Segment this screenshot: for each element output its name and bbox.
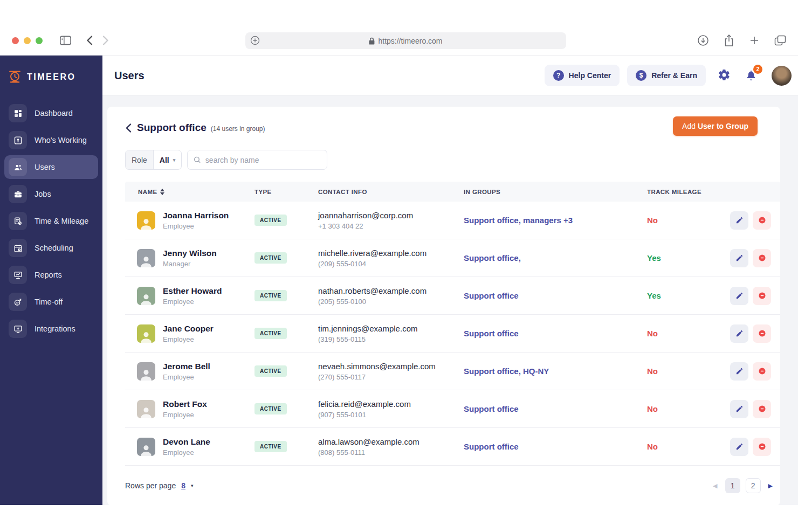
sidebar-item-dashboard[interactable]: Dashboard	[4, 101, 98, 125]
table-header: NAME TYPE CONTACT INFO IN GROUPS TRACK M…	[125, 182, 780, 202]
user-photo	[137, 400, 155, 418]
user-role: Employee	[163, 298, 222, 306]
user-role: Employee	[163, 222, 229, 230]
sidebar-item-reports[interactable]: Reports	[4, 263, 98, 287]
user-avatar[interactable]	[772, 66, 792, 86]
sort-icon[interactable]	[160, 189, 164, 195]
dollar-icon: $	[636, 70, 646, 81]
remove-button[interactable]	[753, 362, 771, 381]
status-badge: ACTIVE	[254, 441, 287, 452]
edit-button[interactable]	[730, 362, 748, 381]
next-page-icon[interactable]: ▶	[766, 480, 775, 492]
page-button-2[interactable]: 2	[746, 478, 761, 493]
user-name: Jerome Bell	[163, 362, 210, 371]
chevron-down-icon: ▾	[173, 157, 176, 163]
add-user-to-group-button[interactable]: Add User to Group	[673, 116, 758, 136]
user-groups-link[interactable]: Support office	[451, 404, 634, 413]
zoom-window-button[interactable]	[36, 37, 43, 44]
downloads-icon[interactable]	[697, 34, 709, 46]
sidebar-item-jobs[interactable]: Jobs	[4, 182, 98, 206]
user-phone: (907) 555-0101	[318, 411, 451, 419]
settings-gear-icon[interactable]	[716, 66, 733, 85]
table-row: Jerome BellEmployee ACTIVE nevaeh.simmon…	[125, 353, 780, 390]
user-photo	[137, 438, 155, 456]
close-window-button[interactable]	[12, 37, 19, 44]
share-icon[interactable]	[724, 34, 734, 47]
user-name: Joanna Harrison	[163, 211, 229, 220]
sidebar-item-scheduling[interactable]: Scheduling	[4, 236, 98, 260]
track-mileage-value: No	[634, 404, 717, 413]
user-groups-link[interactable]: Support office, managers +3	[451, 216, 634, 225]
sidebar-toggle-icon[interactable]	[60, 36, 71, 45]
user-groups-link[interactable]: Support office,	[451, 253, 634, 262]
edit-button[interactable]	[730, 287, 748, 305]
remove-button[interactable]	[753, 400, 771, 418]
search-box[interactable]	[187, 150, 327, 170]
help-center-button[interactable]: ? Help Center	[545, 65, 620, 86]
track-mileage-value: No	[634, 216, 717, 225]
user-name: Esther Howard	[163, 286, 222, 296]
user-groups-link[interactable]: Support office, HQ-NY	[451, 367, 634, 376]
notification-badge: 2	[753, 65, 762, 74]
address-bar[interactable]: https://timeero.com	[245, 32, 566, 49]
status-badge: ACTIVE	[254, 252, 287, 264]
remove-button[interactable]	[753, 324, 771, 343]
user-phone: (808) 555-0111	[318, 448, 451, 457]
rows-per-page-label: Rows per page	[125, 481, 176, 490]
previous-page-icon[interactable]: ◀	[711, 480, 719, 492]
column-contact-info: CONTACT INFO	[305, 189, 451, 195]
browser-forward-icon[interactable]	[102, 36, 109, 45]
sidebar-item-whos-working[interactable]: Who's Working	[4, 128, 98, 152]
browser-back-icon[interactable]	[86, 36, 93, 45]
edit-button[interactable]	[730, 400, 748, 418]
track-mileage-value: Yes	[634, 291, 717, 300]
page-options-icon[interactable]	[250, 35, 260, 48]
user-role: Employee	[163, 448, 210, 457]
remove-button[interactable]	[753, 211, 771, 230]
user-phone: (319) 555-0115	[318, 335, 451, 343]
user-role: Employee	[163, 335, 214, 343]
status-badge: ACTIVE	[254, 403, 287, 414]
refer-earn-button[interactable]: $ Refer & Earn	[627, 65, 706, 86]
users-table: NAME TYPE CONTACT INFO IN GROUPS TRACK M…	[125, 182, 780, 466]
track-mileage-value: No	[634, 329, 717, 338]
user-photo	[137, 249, 155, 267]
user-photo	[137, 324, 155, 343]
table-row: Esther HowardEmployee ACTIVE nathan.robe…	[125, 277, 780, 315]
role-filter-value: All	[160, 156, 169, 164]
page-title: Users	[114, 70, 145, 82]
page-button-1[interactable]: 1	[725, 478, 740, 493]
edit-button[interactable]	[730, 324, 748, 343]
user-phone: (205) 555-0100	[318, 298, 451, 306]
user-groups-link[interactable]: Support office	[451, 442, 634, 451]
tab-overview-icon[interactable]	[774, 35, 786, 46]
remove-button[interactable]	[753, 438, 771, 456]
edit-button[interactable]	[730, 438, 748, 456]
sidebar-item-time-mileage[interactable]: Time & Mileage	[4, 209, 98, 233]
remove-button[interactable]	[753, 249, 771, 267]
whos-working-icon	[9, 131, 27, 149]
minimize-window-button[interactable]	[24, 37, 31, 44]
group-title: Support office	[137, 122, 207, 134]
user-phone: (270) 555-0117	[318, 373, 451, 381]
user-groups-link[interactable]: Support office	[451, 291, 634, 300]
user-email: michelle.rivera@example.com	[318, 248, 451, 258]
remove-button[interactable]	[753, 287, 771, 305]
sidebar-item-time-off[interactable]: Time-off	[4, 290, 98, 314]
user-email: joannaharrison@corp.com	[318, 211, 451, 220]
sidebar: TIMEERO Dashboard Who's Working Users	[0, 56, 102, 505]
column-name: NAME	[138, 189, 157, 195]
rows-per-page-select[interactable]: 8	[181, 481, 185, 490]
sidebar-item-users[interactable]: Users	[4, 155, 98, 179]
notifications-bell-icon[interactable]: 2	[742, 66, 760, 85]
table-row: Jenny WilsonManager ACTIVE michelle.rive…	[125, 239, 780, 277]
search-input[interactable]	[205, 156, 321, 164]
role-filter-dropdown[interactable]: Role All▾	[125, 150, 182, 170]
sidebar-item-integrations[interactable]: Integrations	[4, 317, 98, 341]
window-controls	[12, 37, 43, 44]
new-tab-icon[interactable]	[749, 35, 760, 46]
user-groups-link[interactable]: Support office	[451, 329, 634, 338]
edit-button[interactable]	[730, 249, 748, 267]
back-button[interactable]	[125, 123, 137, 133]
edit-button[interactable]	[730, 211, 748, 230]
